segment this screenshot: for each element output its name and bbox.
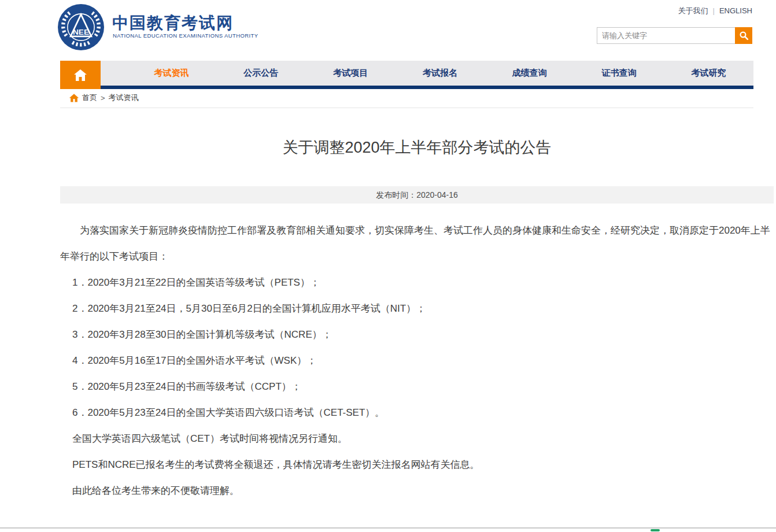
nav-item-certificate-inquiry[interactable]: 证书查询	[574, 68, 664, 79]
emblem-text: NEE	[73, 28, 89, 36]
publish-date: 2020-04-16	[416, 190, 458, 200]
site-subtitle: NATIONAL EDUCATION EXAMINATIONS AUTHORIT…	[113, 32, 258, 39]
top-links: 关于我们|ENGLISH	[678, 6, 752, 16]
nav-item-score-inquiry[interactable]: 成绩查询	[485, 68, 574, 79]
nav-item-exam-research[interactable]: 考试研究	[664, 68, 753, 79]
breadcrumb-home-link[interactable]: 首页	[82, 93, 97, 103]
search-input[interactable]	[597, 27, 735, 44]
nav-underline	[101, 86, 753, 89]
page: NEE 中国教育考试网 NATIONAL EDUCATION EXAMINATI…	[0, 0, 776, 532]
nav-item-exam-news[interactable]: 考试资讯	[127, 68, 216, 79]
about-us-link[interactable]: 关于我们	[678, 6, 708, 15]
nav-home-button[interactable]	[60, 61, 101, 89]
breadcrumb-home-icon	[69, 94, 79, 102]
breadcrumb-separator: >	[101, 94, 105, 102]
breadcrumb-divider	[60, 108, 753, 108]
page-title: 关于调整2020年上半年部分考试的公告	[60, 137, 774, 158]
nav-item-exam-registration[interactable]: 考试报名	[396, 68, 485, 79]
search-button[interactable]	[735, 27, 752, 44]
article-body: 为落实国家关于新冠肺炎疫情防控工作部署及教育部相关通知要求，切实保障考生、考试工…	[60, 217, 773, 504]
breadcrumb: 首页 > 考试资讯	[69, 92, 139, 104]
article-paragraph: 由此给各位考生带来的不便敬请理解。	[60, 478, 773, 504]
article-list-item-4: 4．2020年5月16至17日的全国外语水平考试（WSK）；	[60, 348, 773, 374]
breadcrumb-current[interactable]: 考试资讯	[109, 93, 139, 103]
bottom-divider-line	[0, 527, 776, 529]
publish-time-label: 发布时间：	[376, 190, 416, 200]
article-paragraph: 为落实国家关于新冠肺炎疫情防控工作部署及教育部相关通知要求，切实保障考生、考试工…	[60, 217, 773, 269]
article-list-item-6: 6．2020年5月23至24日的全国大学英语四六级口语考试（CET-SET）。	[60, 400, 773, 426]
site-title: 中国教育考试网	[112, 12, 234, 34]
article-list-item-3: 3．2020年3月28至30日的全国计算机等级考试（NCRE）；	[60, 322, 773, 348]
article-paragraph: 全国大学英语四六级笔试（CET）考试时间将视情况另行通知。	[60, 426, 773, 452]
article-paragraph: PETS和NCRE已报名考生的考试费将全额退还，具体情况请考生密切关注报名网站有…	[60, 452, 773, 478]
neea-emblem-logo: NEE	[58, 4, 104, 50]
article-list-item-1: 1．2020年3月21至22日的全国英语等级考试（PETS）；	[60, 269, 773, 295]
taskbar-green-mark	[651, 529, 660, 531]
top-links-separator: |	[713, 6, 715, 15]
nav-item-public-notices[interactable]: 公示公告	[216, 68, 306, 79]
article-list-item-2: 2．2020年3月21至24日，5月30日至6月2日的全国计算机应用水平考试（N…	[60, 295, 773, 322]
nav-item-exam-programs[interactable]: 考试项目	[306, 68, 396, 79]
publish-time-bar: 发布时间：2020-04-16	[60, 186, 774, 204]
main-nav: 考试资讯 公示公告 考试项目 考试报名 成绩查询 证书查询 考试研究	[101, 61, 753, 86]
search-box	[597, 27, 752, 44]
english-link[interactable]: ENGLISH	[719, 6, 752, 15]
search-icon	[739, 31, 749, 40]
article-list-item-5: 5．2020年5月23至24日的书画等级考试（CCPT）；	[60, 374, 773, 400]
home-icon	[73, 69, 87, 82]
